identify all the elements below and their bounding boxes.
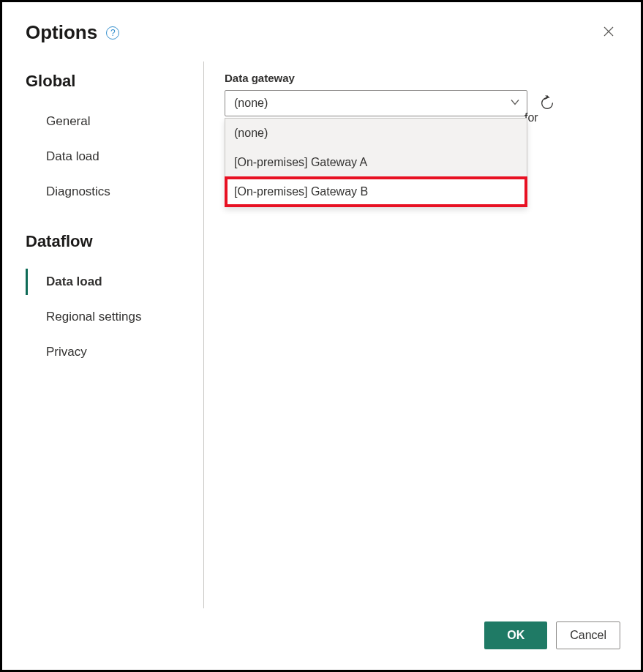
options-dialog: Options ? Global General Data load Diagn…	[0, 0, 643, 672]
nav-item-privacy[interactable]: Privacy	[26, 335, 196, 370]
ok-button[interactable]: OK	[484, 621, 547, 649]
nav-item-general[interactable]: General	[26, 104, 196, 139]
gateway-row: (none) (none) [On-premises] Gateway A [O…	[225, 90, 617, 116]
gateway-option-b[interactable]: [On-premises] Gateway B	[225, 177, 527, 206]
header-left: Options ?	[26, 21, 119, 44]
gateway-selected-value[interactable]: (none)	[225, 90, 527, 116]
content-pane: Data gateway (none) (none) [On-premises]…	[204, 61, 617, 608]
sidebar: Global General Data load Diagnostics Dat…	[26, 61, 204, 608]
dialog-title: Options	[26, 21, 97, 44]
gateway-combobox[interactable]: (none) (none) [On-premises] Gateway A [O…	[225, 90, 527, 116]
nav-item-dataflow-data-load[interactable]: Data load	[26, 264, 196, 299]
dialog-body: Global General Data load Diagnostics Dat…	[2, 54, 641, 608]
close-icon[interactable]	[600, 23, 617, 42]
gateway-dropdown: (none) [On-premises] Gateway A [On-premi…	[225, 118, 527, 207]
help-icon[interactable]: ?	[106, 26, 119, 40]
cancel-button[interactable]: Cancel	[556, 621, 620, 649]
nav-item-global-data-load[interactable]: Data load	[26, 139, 196, 174]
nav-item-diagnostics[interactable]: Diagnostics	[26, 174, 196, 209]
gateway-label: Data gateway	[225, 72, 617, 84]
refresh-icon[interactable]	[538, 94, 557, 113]
nav-item-regional-settings[interactable]: Regional settings	[26, 299, 196, 335]
dialog-footer: OK Cancel	[2, 608, 641, 670]
dialog-header: Options ?	[2, 2, 641, 54]
nav-group-dataflow: Dataflow	[26, 232, 196, 251]
nav-group-global: Global	[26, 72, 196, 91]
gateway-option-a[interactable]: [On-premises] Gateway A	[225, 148, 527, 177]
gateway-option-none[interactable]: (none)	[225, 119, 527, 148]
